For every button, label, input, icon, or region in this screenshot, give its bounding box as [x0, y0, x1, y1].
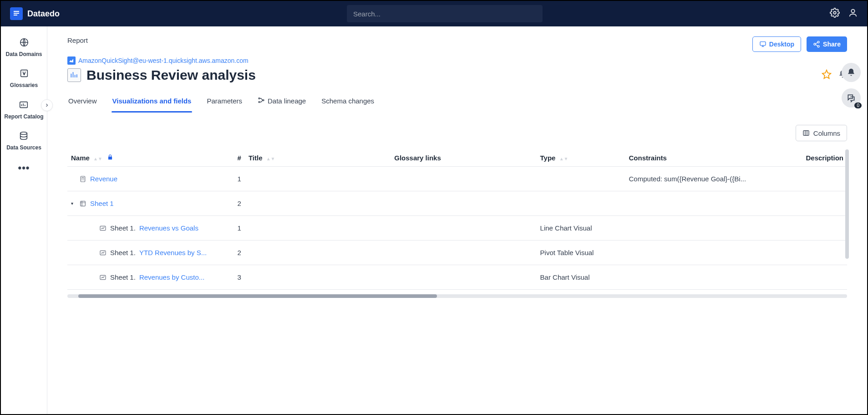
table: Name ▲▼ # Title ▲▼ Glossary links — [67, 149, 847, 298]
row-title — [245, 265, 391, 290]
row-prefix: Sheet 1. — [110, 273, 136, 281]
logo[interactable]: Dataedo — [10, 7, 60, 20]
glossary-icon — [19, 68, 29, 80]
tab-schema-changes[interactable]: Schema changes — [320, 93, 375, 113]
column-header-glossary[interactable]: Glossary links — [391, 149, 536, 167]
table-row[interactable]: Sheet 1. Revenues vs Goals1Line Chart Vi… — [67, 216, 847, 241]
svg-rect-6 — [20, 70, 27, 77]
user-icon[interactable] — [848, 8, 858, 20]
svg-point-13 — [259, 98, 260, 99]
search-box[interactable] — [347, 5, 543, 22]
svg-rect-2 — [14, 15, 17, 15]
row-title — [245, 167, 391, 191]
table-row[interactable]: Sheet 1. Revenues by Custo...3Bar Chart … — [67, 265, 847, 290]
settings-icon[interactable] — [830, 8, 840, 20]
svg-point-11 — [814, 43, 816, 45]
sidebar-item-data-sources[interactable]: Data Sources — [4, 128, 44, 154]
horizontal-scrollbar-thumb[interactable] — [78, 294, 437, 298]
desktop-button[interactable]: Desktop — [752, 36, 801, 52]
tabs: Overview Visualizations and fields Param… — [67, 93, 847, 113]
row-description — [777, 191, 847, 216]
tab-visualizations-fields[interactable]: Visualizations and fields — [112, 93, 193, 113]
vertical-scrollbar[interactable] — [845, 149, 849, 259]
sidebar-item-glossaries[interactable]: Glossaries — [7, 66, 41, 91]
svg-rect-1 — [14, 13, 19, 14]
table-row[interactable]: Revenue1Computed: sum({Revenue Goal}-({B… — [67, 167, 847, 191]
row-glossary — [391, 191, 536, 216]
notifications-float-button[interactable] — [842, 63, 861, 82]
svg-point-10 — [817, 41, 819, 43]
row-number: 2 — [213, 191, 245, 216]
row-number: 1 — [213, 216, 245, 241]
tab-label: Overview — [68, 97, 97, 105]
sidebar-item-report-catalog[interactable]: Report Catalog — [1, 97, 46, 123]
row-type-icon — [99, 225, 107, 232]
row-constraints: Computed: sum({Revenue Goal}-({Bi... — [625, 167, 777, 191]
columns-button[interactable]: Columns — [796, 125, 847, 141]
tab-parameters[interactable]: Parameters — [206, 93, 243, 113]
column-header-label: Type — [540, 154, 556, 162]
tab-label: Schema changes — [321, 97, 374, 105]
column-header-label: # — [238, 154, 241, 162]
table-row[interactable]: Sheet 1. YTD Revenues by S...2Pivot Tabl… — [67, 241, 847, 265]
row-link[interactable]: Sheet 1 — [90, 200, 114, 207]
column-header-description[interactable]: Description — [777, 149, 847, 167]
logo-icon — [10, 7, 23, 20]
row-type: Bar Chart Visual — [537, 265, 625, 290]
row-link[interactable]: YTD Revenues by S... — [139, 249, 207, 256]
row-type: Line Chart Visual — [537, 216, 625, 241]
row-description — [777, 241, 847, 265]
page-title: Business Review analysis — [86, 67, 256, 83]
row-toggle[interactable]: ▾ — [71, 201, 76, 206]
svg-point-8 — [20, 132, 27, 135]
column-header-name[interactable]: Name ▲▼ — [67, 149, 213, 167]
row-link[interactable]: Revenues vs Goals — [139, 224, 198, 232]
sidebar-item-label: Glossaries — [10, 82, 38, 88]
column-header-title[interactable]: Title ▲▼ — [245, 149, 391, 167]
svg-point-4 — [851, 10, 854, 13]
source-icon — [67, 56, 76, 65]
row-description — [777, 216, 847, 241]
row-title — [245, 241, 391, 265]
breadcrumb-link[interactable]: AmazonQuickSight@eu-west-1.quicksight.aw… — [78, 57, 249, 64]
tab-label: Data lineage — [268, 97, 306, 105]
row-type — [537, 167, 625, 191]
sidebar-more[interactable]: ••• — [18, 162, 30, 174]
sidebar-item-data-domains[interactable]: Data Domains — [3, 35, 45, 60]
row-glossary — [391, 216, 536, 241]
column-header-number[interactable]: # — [213, 149, 245, 167]
tab-overview[interactable]: Overview — [67, 93, 98, 113]
row-constraints — [625, 265, 777, 290]
row-constraints — [625, 191, 777, 216]
logo-text: Dataedo — [27, 9, 60, 19]
row-number: 1 — [213, 167, 245, 191]
lock-icon[interactable] — [107, 154, 113, 162]
sidebar-item-label: Data Domains — [5, 51, 42, 57]
sort-icon: ▲▼ — [266, 158, 275, 160]
column-header-constraints[interactable]: Constraints — [625, 149, 777, 167]
row-glossary — [391, 265, 536, 290]
share-button[interactable]: Share — [807, 36, 847, 52]
row-type-icon — [79, 175, 86, 183]
svg-point-3 — [833, 11, 836, 14]
row-prefix: Sheet 1. — [110, 249, 136, 256]
lineage-icon — [258, 97, 265, 105]
table-row[interactable]: ▾Sheet 12 — [67, 191, 847, 216]
comments-float-button[interactable]: 0 — [842, 88, 861, 108]
sidebar: Data Domains Glossaries Report Catalog D… — [1, 26, 47, 414]
columns-button-label: Columns — [813, 129, 840, 137]
horizontal-scrollbar[interactable] — [67, 294, 847, 298]
desktop-button-label: Desktop — [769, 41, 794, 48]
globe-icon — [19, 37, 29, 49]
row-title — [245, 191, 391, 216]
search-input[interactable] — [353, 10, 536, 18]
content: Report Desktop Share AmazonQuickSight@eu… — [47, 26, 867, 414]
svg-rect-18 — [81, 201, 86, 206]
row-type-icon — [99, 274, 107, 281]
tab-data-lineage[interactable]: Data lineage — [257, 93, 307, 113]
favorite-button[interactable] — [822, 69, 832, 81]
row-link[interactable]: Revenue — [90, 175, 117, 183]
row-link[interactable]: Revenues by Custo... — [139, 273, 204, 281]
column-header-type[interactable]: Type ▲▼ — [537, 149, 625, 167]
tab-label: Parameters — [207, 97, 242, 105]
